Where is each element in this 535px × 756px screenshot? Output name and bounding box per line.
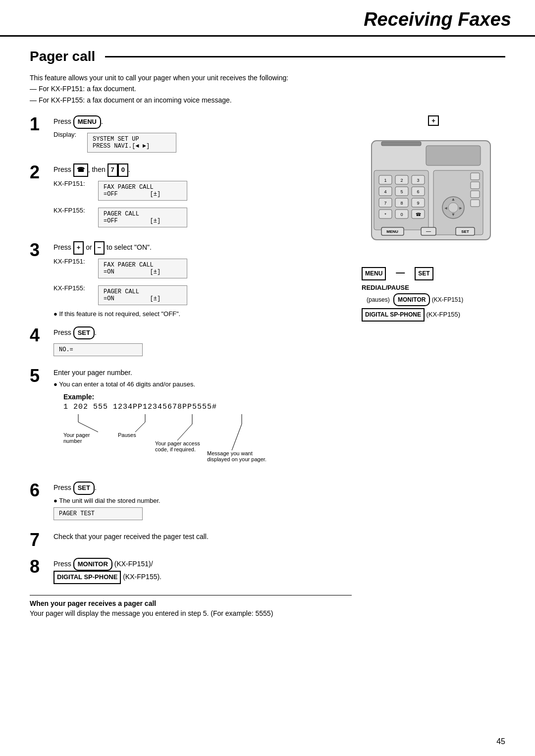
svg-rect-37: [471, 182, 480, 189]
menu-key: MENU: [73, 115, 101, 129]
step-5-bullet: ● You can enter a total of 46 digits and…: [54, 380, 352, 388]
step-1-body: Press MENU. Display: SYSTEM SET UPPRESS …: [54, 115, 352, 155]
set-bottom-key: SET: [415, 267, 433, 280]
svg-text:1: 1: [384, 178, 386, 183]
display-box-2b: PAGER CALL=OFF [±]: [98, 208, 187, 227]
svg-point-41: [448, 203, 458, 213]
svg-line-1: [78, 422, 98, 432]
digital-sp-key-right: DIGITAL SP-PHONE: [362, 308, 425, 321]
diag-label-access-code: Your pager accesscode, if required.: [155, 440, 200, 452]
set-key-4: SET: [73, 326, 95, 340]
step-6-text: Press SET.: [54, 482, 352, 495]
display-box-3b: PAGER CALL=ON [±]: [98, 285, 187, 305]
svg-text:9: 9: [417, 201, 419, 206]
intro-block: This feature allows your unit to call yo…: [30, 72, 505, 106]
digital-sp-phone-key-8: DIGITAL SP-PHONE: [54, 571, 121, 584]
step-2-number: 2: [30, 163, 54, 181]
svg-text:4: 4: [384, 189, 386, 194]
pauses-text: (pauses): [367, 296, 390, 303]
svg-text:3: 3: [417, 178, 419, 183]
step-8-body: Press MONITOR (KX-FP151)/ DIGITAL SP-PHO…: [54, 558, 352, 587]
svg-text:5: 5: [400, 189, 403, 194]
svg-text:SET: SET: [461, 229, 469, 234]
step-3-bullet: ● If this feature is not required, selec…: [54, 310, 352, 318]
button-labels-row: MENU — SET: [362, 265, 505, 280]
intro-line3: — For KX-FP155: a fax document or an inc…: [30, 95, 505, 106]
page-header: Receiving Faxes: [0, 0, 535, 37]
step-3-text: Press + or − to select "ON".: [54, 241, 352, 255]
step-2-sub-151: KX-FP151: FAX PAGER CALL=OFF [±]: [54, 179, 352, 203]
step-7-body: Check that your pager received the pager…: [54, 531, 352, 544]
step-5-bullet-text: ● You can enter a total of 46 digits and…: [54, 380, 195, 388]
display-label-1: Display:: [54, 131, 83, 138]
display-box-2a: FAX PAGER CALL=OFF [±]: [98, 181, 187, 201]
fax-machine-illustration: 1 2 3 4 5 6 7 8: [362, 131, 505, 261]
svg-text:0: 0: [400, 212, 403, 217]
svg-text:▲: ▲: [451, 197, 456, 202]
bottom-labels: MENU — SET REDIAL/PAUSE (pauses) MONITOR…: [362, 265, 505, 321]
step-4-text: Press SET.: [54, 326, 352, 340]
monitor-model-right: (KX-FP151): [432, 296, 463, 303]
minus-key: −: [94, 241, 105, 255]
steps-left: 1 Press MENU. Display: SYSTEM SET UPPRES…: [30, 115, 352, 617]
plus-top-key: +: [428, 115, 439, 126]
svg-text:6: 6: [417, 189, 419, 194]
step-5-text: Enter your pager number.: [54, 367, 352, 378]
intro-line1: This feature allows your unit to call yo…: [30, 72, 505, 83]
step-6-number: 6: [30, 482, 54, 499]
step-2: 2 Press ☎, then 70. KX-FP151: FAX PAGER …: [30, 163, 352, 232]
display-box-6: PAGER TEST: [54, 507, 143, 520]
step-8: 8 Press MONITOR (KX-FP151)/ DIGITAL SP-P…: [30, 558, 352, 587]
step-8-number: 8: [30, 558, 54, 576]
section-heading-text: Pager call: [30, 49, 95, 64]
example-label: Example:: [63, 393, 352, 401]
step-4: 4 Press SET. NO.=: [30, 326, 352, 359]
digital-label-row: DIGITAL SP-PHONE (KX-FP155): [362, 308, 505, 321]
display-box-3a: FAX PAGER CALL=ON [±]: [98, 259, 187, 278]
steps-right: + 1 2 3: [352, 115, 505, 617]
step-5: 5 Enter your pager number. ● You can ent…: [30, 367, 352, 472]
step-2-sub-155: KX-FP155: PAGER CALL=OFF [±]: [54, 206, 352, 229]
step-8-text: Press MONITOR (KX-FP151)/ DIGITAL SP-PHO…: [54, 558, 352, 585]
svg-text:*: *: [384, 212, 386, 217]
main-content: Pager call This feature allows your unit…: [0, 37, 535, 632]
section-heading: Pager call: [30, 49, 505, 64]
step-6: 6 Press SET. ● The unit will dial the st…: [30, 482, 352, 522]
svg-text:▼: ▼: [451, 212, 456, 217]
example-number: 1 202 555 1234PP12345678PP5555#: [63, 403, 352, 411]
svg-text:—: —: [426, 228, 431, 234]
step-1-number: 1: [30, 115, 54, 133]
svg-rect-52: [381, 142, 421, 146]
step-3-body: Press + or − to select "ON". KX-FP151: F…: [54, 241, 352, 318]
svg-text:◄: ◄: [444, 206, 448, 211]
sub-label-151a: KX-FP151:: [54, 179, 93, 187]
step-6-body: Press SET. ● The unit will dial the stor…: [54, 482, 352, 522]
step-5-number: 5: [30, 367, 54, 385]
svg-text:2: 2: [400, 178, 403, 183]
svg-rect-39: [471, 200, 480, 207]
pauses-label: (pauses) MONITOR (KX-FP151): [367, 293, 505, 306]
steps-area: 1 Press MENU. Display: SYSTEM SET UPPRES…: [30, 115, 505, 617]
plus-key: +: [73, 241, 84, 255]
step-6-bullet: ● The unit will dial the stored number.: [54, 497, 352, 504]
set-key-6: SET: [73, 482, 95, 495]
svg-line-5: [177, 424, 192, 440]
step-4-number: 4: [30, 326, 54, 344]
step-3-bullet-text: ● If this feature is not required, selec…: [54, 310, 180, 318]
svg-text:☎: ☎: [416, 212, 421, 217]
svg-line-3: [135, 422, 145, 432]
svg-text:►: ►: [459, 206, 463, 211]
step-3-sub-151: KX-FP151: FAX PAGER CALL=ON [±]: [54, 257, 352, 280]
step-1-text: Press MENU.: [54, 115, 352, 129]
svg-line-7: [232, 424, 242, 450]
step-1: 1 Press MENU. Display: SYSTEM SET UPPRES…: [30, 115, 352, 155]
key-7: 7: [107, 163, 118, 177]
sub-label-155b: KX-FP155:: [54, 283, 93, 292]
diag-label-pauses: Pauses: [118, 432, 136, 438]
digital-model-right: (KX-FP155): [427, 311, 461, 318]
plus-top-label: +: [362, 115, 505, 126]
svg-rect-36: [471, 173, 480, 180]
svg-text:7: 7: [384, 201, 386, 206]
step-5-body: Enter your pager number. ● You can enter…: [54, 367, 352, 472]
svg-rect-38: [471, 191, 480, 198]
